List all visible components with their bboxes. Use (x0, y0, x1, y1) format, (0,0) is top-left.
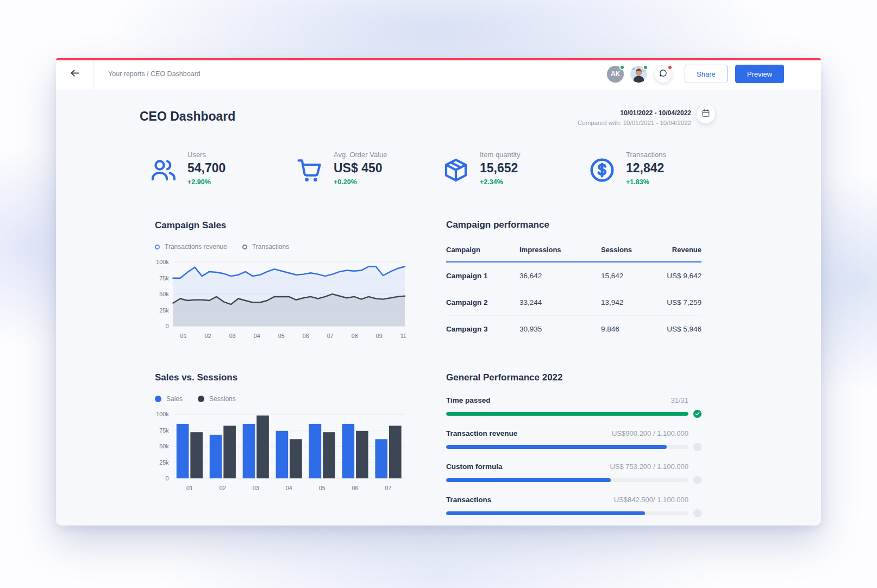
share-button[interactable]: Share (685, 65, 728, 83)
top-bar: Your reports / CEO Dashboard AK (56, 58, 821, 90)
kpi-card: Item quantity 15,652 +2.34% (443, 151, 589, 186)
svg-text:01: 01 (180, 333, 187, 339)
svg-text:50k: 50k (159, 443, 169, 449)
kpi-card: Avg. Order Value US$ 450 +0.20% (297, 151, 443, 186)
legend-item[interactable]: Transactions revenue (155, 243, 227, 251)
svg-text:06: 06 (352, 485, 359, 491)
section-title: Sales vs. Sessions (155, 372, 406, 383)
svg-text:04: 04 (286, 485, 292, 491)
svg-text:03: 03 (253, 485, 259, 491)
campaign-sales-legend: Transactions revenue Transactions (155, 243, 406, 251)
progress-row: Time passed 31/31 (446, 396, 701, 418)
cell-sessions: 9,846 (601, 325, 663, 333)
cell-revenue: US$ 7,259 (663, 298, 701, 306)
svg-text:0: 0 (166, 323, 169, 329)
svg-text:50k: 50k (159, 291, 169, 297)
kpi-label: Transactions (626, 151, 666, 159)
svg-text:05: 05 (278, 333, 285, 339)
progress-track (446, 478, 688, 482)
svg-text:03: 03 (229, 333, 236, 339)
legend-item[interactable]: Sales (155, 395, 183, 403)
avatar[interactable] (630, 66, 647, 83)
cell-impressions: 33,244 (519, 298, 601, 306)
svg-text:75k: 75k (159, 275, 169, 282)
svg-text:05: 05 (319, 485, 325, 491)
svg-text:04: 04 (254, 333, 260, 339)
progress-list: Time passed 31/31 (446, 396, 701, 517)
legend-item[interactable]: Sessions (198, 395, 236, 403)
progress-fill (446, 412, 688, 416)
progress-value: US$ 753.200 / 1.100.000 (610, 462, 688, 471)
progress-bar-line (446, 443, 701, 451)
campaign-sales-line-chart: 025k50k75k100k01020304050607080910 (155, 257, 406, 343)
dashboard-window: Your reports / CEO Dashboard AK (56, 58, 821, 526)
legend-item[interactable]: Transactions (242, 243, 289, 251)
progress-label: Custom formula (446, 462, 503, 471)
column-header: Impressions (519, 246, 601, 254)
svg-text:75k: 75k (159, 427, 169, 434)
svg-text:10: 10 (400, 333, 406, 339)
progress-value: US$842.500/ 1.100.000 (614, 496, 688, 504)
kpi-text: Transactions 12,842 +1.83% (626, 151, 666, 186)
table-row: Campaign 3 30,935 9,846 US$ 5,946 (446, 316, 701, 342)
back-button[interactable] (56, 58, 94, 90)
progress-header: Time passed 31/31 (446, 396, 701, 404)
progress-track (446, 412, 688, 416)
breadcrumb: Your reports / CEO Dashboard (108, 70, 201, 78)
progress-header: Transactions US$842.500/ 1.100.000 (446, 496, 701, 504)
kpi-delta: +2.90% (187, 178, 225, 186)
chat-button[interactable] (655, 66, 672, 83)
cell-campaign: Campaign 2 (446, 298, 519, 306)
progress-fill (446, 478, 611, 482)
cell-campaign: Campaign 1 (446, 272, 519, 280)
users-icon (151, 157, 177, 183)
kpi-value: 15,652 (480, 161, 520, 176)
progress-row: Custom formula US$ 753.200 / 1.100.000 (446, 462, 701, 484)
progress-row: Transactions US$842.500/ 1.100.000 (446, 496, 701, 517)
svg-text:09: 09 (376, 333, 383, 339)
legend-ring-icon (242, 245, 247, 249)
kpi-label: Item quantity (480, 151, 520, 159)
pending-circle-icon (693, 476, 701, 484)
legend-label: Transactions revenue (165, 243, 227, 251)
section-title: Campaign performance (446, 220, 701, 230)
campaign-sales-section: Campaign Sales Transactions revenue Tran… (155, 220, 406, 343)
online-status-dot (643, 65, 648, 70)
svg-text:07: 07 (327, 333, 334, 339)
progress-label: Time passed (446, 396, 491, 404)
date-range-block[interactable]: 10/01/2022 - 10/04/2022 Compared with: 1… (578, 108, 691, 128)
cell-campaign: Campaign 3 (446, 325, 519, 333)
online-status-dot (619, 65, 625, 70)
svg-text:02: 02 (220, 485, 226, 491)
legend-ring-icon (155, 245, 160, 249)
kpi-label: Avg. Order Value (334, 151, 387, 159)
avatar[interactable]: AK (607, 66, 624, 83)
progress-header: Transaction revenue US$900.200 / 1.100.0… (446, 429, 701, 437)
svg-text:01: 01 (186, 485, 193, 491)
kpi-delta: +2.34% (480, 178, 520, 186)
calendar-button[interactable] (697, 105, 715, 123)
legend-dot-icon (155, 396, 161, 402)
preview-button[interactable]: Preview (735, 65, 784, 83)
kpi-card: Transactions 12,842 +1.83% (589, 151, 735, 186)
section-title: General Performance 2022 (446, 372, 701, 383)
svg-text:06: 06 (303, 333, 309, 339)
cell-revenue: US$ 5,946 (663, 325, 701, 333)
section-title: Campaign Sales (155, 220, 406, 231)
progress-fill (446, 445, 667, 449)
progress-bar-line (446, 509, 701, 517)
calendar-icon (701, 109, 710, 120)
cell-sessions: 15,642 (601, 272, 663, 280)
progress-label: Transactions (446, 496, 491, 504)
progress-row: Transaction revenue US$900.200 / 1.100.0… (446, 429, 701, 451)
pending-circle-icon (693, 509, 701, 517)
kpi-card: Users 54,700 +2.90% (151, 151, 297, 186)
svg-text:100k: 100k (156, 259, 169, 265)
progress-track (446, 445, 688, 449)
legend-label: Transactions (252, 243, 289, 251)
cart-icon (297, 157, 323, 183)
sales-sessions-bar-chart: 025k50k75k100k01020304050607 (155, 409, 406, 495)
compared-with: Compared with: 10/01/2021 - 10/04/2022 (578, 118, 691, 128)
table-row: Campaign 1 36,642 15,642 US$ 9,642 (446, 262, 701, 289)
cell-sessions: 13,942 (601, 298, 663, 306)
